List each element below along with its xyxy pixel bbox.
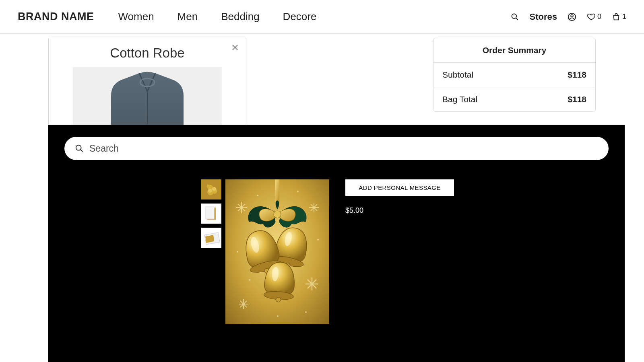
svg-point-36 [276,297,281,302]
svg-point-28 [274,211,281,218]
order-summary-title: Order Summary [433,38,595,63]
summary-row-bagtotal: Bag Total $118 [433,87,595,111]
svg-point-25 [277,315,279,317]
account-icon[interactable] [568,12,576,21]
svg-point-3 [571,14,573,17]
product-main-image [225,179,329,324]
product-overlay: ADD PERSONAL MESSAGE $5.00 [48,125,625,362]
order-summary: Order Summary Subtotal $118 Bag Total $1… [433,38,596,112]
svg-point-24 [305,311,307,313]
svg-point-10 [208,189,212,193]
svg-point-21 [237,251,238,253]
search-input[interactable] [89,143,598,154]
bag-button[interactable]: 1 [612,12,626,21]
primary-nav: Women Men Bedding Decore [118,10,317,23]
cart-item-title: Cotton Robe [57,45,238,61]
nav-bedding[interactable]: Bedding [221,10,259,23]
close-icon[interactable] [231,44,239,51]
wishlist-count: 0 [597,12,601,21]
summary-label: Subtotal [442,70,473,80]
svg-point-0 [512,14,517,19]
summary-value: $118 [568,95,586,104]
cart-item-image [73,67,222,128]
summary-label: Bag Total [442,95,477,104]
svg-rect-14 [205,207,214,219]
thumbnail-2[interactable] [201,204,221,224]
wishlist-button[interactable]: 0 [587,12,601,21]
svg-point-20 [297,191,299,192]
header-utilities: Stores 0 1 [511,12,626,22]
nav-men[interactable]: Men [178,10,198,23]
svg-point-23 [249,279,250,281]
svg-line-8 [80,150,83,152]
summary-value: $118 [568,70,586,80]
search-icon [75,144,84,153]
add-personal-message-button[interactable]: ADD PERSONAL MESSAGE [345,179,454,196]
bag-count: 1 [622,12,626,21]
product-price: $5.00 [345,206,454,215]
svg-point-11 [212,187,216,191]
brand-logo[interactable]: BRAND NAME [18,10,94,23]
svg-point-19 [257,195,258,196]
cart-item-card: Cotton Robe [48,38,246,136]
thumbnail-list [201,179,221,324]
svg-line-1 [516,18,518,20]
product-detail: ADD PERSONAL MESSAGE $5.00 [201,179,609,324]
nav-decore[interactable]: Decore [283,10,317,23]
overlay-search[interactable] [64,137,609,160]
nav-women[interactable]: Women [118,10,154,23]
product-actions: ADD PERSONAL MESSAGE $5.00 [345,179,454,324]
search-icon[interactable] [511,13,519,21]
thumbnail-3[interactable] [201,228,221,248]
site-header: BRAND NAME Women Men Bedding Decore Stor… [0,0,644,34]
thumbnail-1[interactable] [201,179,221,200]
stores-link[interactable]: Stores [529,12,557,22]
svg-point-22 [317,239,319,241]
svg-point-7 [76,145,81,150]
summary-row-subtotal: Subtotal $118 [433,63,595,87]
